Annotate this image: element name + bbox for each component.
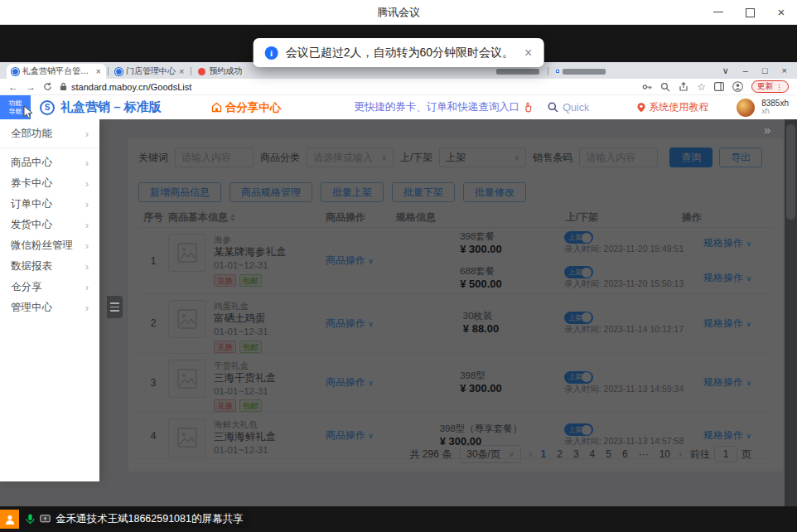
mic-icon (26, 514, 35, 525)
sidebar-item-coupon-center[interactable]: 券卡中心› (0, 173, 99, 194)
nav-label-line1: 功能 (9, 99, 22, 108)
browser-update-button[interactable]: 更新 ⋮ (751, 80, 789, 93)
zoom-icon[interactable] (660, 82, 670, 92)
chevron-right-icon: › (85, 302, 89, 314)
share-status: 金禾通技术王斌18662591081的屏幕共享 (19, 510, 251, 529)
share-center-label: 合分享中心 (225, 100, 282, 115)
tab-favicon (557, 70, 558, 72)
sharer-avatar-icon (0, 510, 19, 529)
sidebar-item-data-reports[interactable]: 数据报表› (0, 256, 99, 277)
brand-title: 礼盒营销 – 标准版 (60, 99, 162, 115)
chevron-right-icon: › (85, 260, 89, 273)
brand-logo-icon: S (40, 100, 55, 115)
pointer-hand-icon (524, 102, 534, 113)
omnibox[interactable]: standard.maboy.cn/GoodsList (60, 82, 191, 92)
tab-divider (191, 67, 191, 75)
tab-favicon (115, 68, 123, 75)
page-body: 关键词 商品分类 请选择或输入 ∨ 上/下架 上架 ∨ (0, 119, 797, 506)
toast-close-icon[interactable]: × (524, 46, 532, 60)
lock-icon (60, 82, 67, 91)
chevron-right-icon: › (85, 239, 89, 252)
sidebar-item-all-functions[interactable]: 全部功能› (0, 123, 99, 144)
minimize-icon[interactable] (712, 7, 724, 18)
tab-close-icon[interactable]: × (96, 66, 101, 76)
chevron-right-icon: › (85, 128, 89, 140)
user-subname: xh (761, 108, 789, 116)
header-right: 系统使用教程 8385xh xh (637, 99, 797, 117)
browser-menu-icon[interactable]: ⋮ (775, 83, 783, 91)
chevron-right-icon: › (85, 219, 89, 231)
chevron-right-icon: › (85, 198, 89, 210)
sidebar-item-shipping-center[interactable]: 发货中心› (0, 215, 99, 235)
tab-divider (108, 67, 109, 75)
meeting-stage: 礼盒营销平台管理中心 × 门店管理中心 × 预约成功 (0, 25, 797, 532)
share-icon[interactable] (679, 82, 688, 92)
forward-icon[interactable]: → (26, 82, 36, 92)
toast-message: 会议已超过2人，自动转为60分钟限时会议。 (286, 46, 514, 60)
share-center-link[interactable]: 合分享中心 (211, 100, 282, 115)
shared-browser-window: 礼盒营销平台管理中心 × 门店管理中心 × 预约成功 (0, 62, 797, 505)
app-header: 功能 导航 S 礼盒营销 – 标准版 合分享中心 更快捷的券卡、订单和快递查询入… (0, 95, 797, 119)
quick-search[interactable]: Quick (548, 102, 589, 114)
sidebar-item-order-center[interactable]: 订单中心› (0, 194, 99, 215)
browser-tab-partial[interactable] (550, 64, 612, 79)
reload-icon[interactable] (43, 82, 52, 91)
meeting-title: 腾讯会议 (377, 5, 420, 20)
search-icon (548, 102, 558, 113)
user-info: 8385xh xh (761, 99, 789, 116)
nav-label-line2: 导航 (9, 108, 22, 116)
profile-icon[interactable] (732, 81, 743, 92)
browser-close-icon[interactable]: × (782, 66, 787, 75)
sidebar-item-goods-center[interactable]: 商品中心› (0, 152, 99, 173)
tab-label: 预约成功 (209, 65, 242, 77)
meeting-titlebar: 腾讯会议 × (0, 0, 797, 25)
maximize-icon[interactable] (744, 7, 756, 18)
browser-tab-booking[interactable]: 预约成功 (193, 64, 247, 79)
shop-icon (211, 102, 222, 113)
mouse-cursor (23, 105, 34, 119)
tutorial-label: 系统使用教程 (649, 100, 708, 114)
browser-window-controls: ∨ – □ × (712, 62, 797, 79)
side-panel-icon[interactable] (714, 82, 724, 91)
sidebar-item-wechat-fans[interactable]: 微信粉丝管理› (0, 235, 99, 256)
tab-label: 门店管理中心 (126, 65, 176, 77)
bookmark-star-icon[interactable]: ☆ (697, 82, 706, 92)
window-controls: × (712, 0, 787, 25)
addressbar-actions: ☆ 更新 ⋮ (642, 80, 789, 93)
tab-label: 礼盒营销平台管理中心 (22, 65, 93, 77)
tab-label-obscured (496, 69, 539, 75)
meeting-toast: i 会议已超过2人，自动转为60分钟限时会议。 × (254, 38, 544, 67)
url-text: standard.maboy.cn/GoodsList (71, 82, 191, 92)
tab-search-chevron-icon[interactable]: ∨ (722, 66, 729, 75)
tutorial-link[interactable]: 系统使用教程 (637, 100, 708, 114)
update-label: 更新 (757, 81, 773, 92)
quick-entry-link[interactable]: 更快捷的券卡、订单和快递查询入口 (354, 100, 534, 114)
browser-minimize-icon[interactable]: – (743, 66, 748, 75)
tab-favicon (12, 68, 19, 75)
sidebar-item-admin-center[interactable]: 管理中心› (0, 297, 99, 318)
chevron-right-icon: › (85, 177, 89, 190)
collapse-panel-icon[interactable]: » (764, 123, 770, 137)
tab-divider (548, 67, 548, 75)
back-icon[interactable]: ← (8, 82, 18, 92)
browser-maximize-icon[interactable]: □ (762, 66, 768, 75)
close-icon[interactable]: × (775, 7, 787, 18)
tab-label-obscured (563, 69, 606, 75)
password-key-icon[interactable] (642, 82, 652, 92)
sidebar-divider (0, 148, 99, 148)
chevron-right-icon: › (85, 157, 89, 169)
user-avatar[interactable] (737, 99, 755, 117)
tab-favicon (198, 68, 205, 75)
nav-sidebar-panel: 全部功能› 商品中心› 券卡中心› 订单中心› 发货中心› 微信粉丝管理› 数据… (0, 119, 99, 481)
sidebar-item-warehouse-share[interactable]: 仓分享› (0, 277, 99, 297)
screen-share-bar: 金禾通技术王斌18662591081的屏幕共享 (0, 510, 251, 529)
browser-addressbar: ← → standard.maboy.cn/GoodsList (0, 79, 797, 95)
info-icon: i (265, 46, 278, 60)
browser-tab-store-admin[interactable]: 门店管理中心 × (110, 64, 189, 79)
floating-menu-handle[interactable] (107, 296, 123, 318)
tab-close-icon[interactable]: × (179, 66, 184, 76)
share-text: 金禾通技术王斌18662591081的屏幕共享 (56, 512, 243, 526)
browser-tab-goods-admin[interactable]: 礼盒营销平台管理中心 × (7, 64, 106, 79)
quick-entry-label: 更快捷的券卡、订单和快递查询入口 (354, 100, 519, 114)
chevron-right-icon: › (85, 281, 89, 293)
